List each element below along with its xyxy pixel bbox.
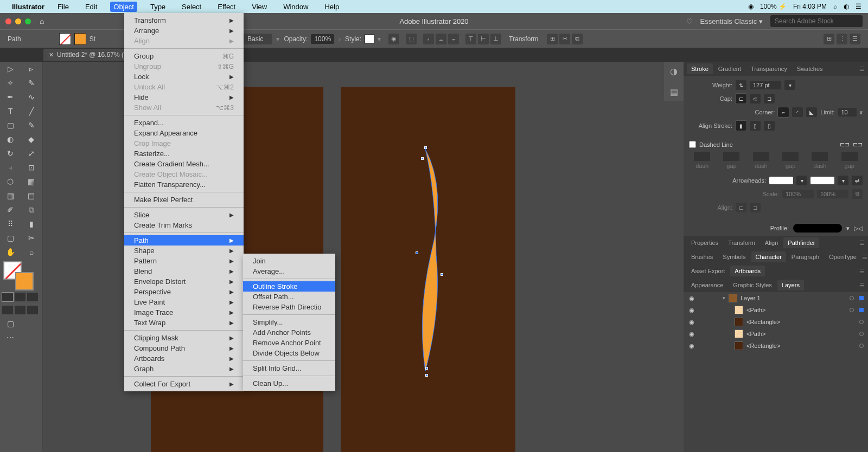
swatches-panel-icon[interactable]: ▤ [668,86,680,98]
tab-character[interactable]: Character [751,251,786,262]
scale-2[interactable]: 100% [817,190,848,198]
pen-tool[interactable]: ✒ [0,90,21,104]
home-icon[interactable]: ⌂ [40,17,44,25]
draw-normal[interactable] [2,306,13,314]
scale-tool[interactable]: ⤢ [21,146,42,160]
menu-item[interactable]: Envelope Distort▶ [124,276,244,287]
menu-item[interactable]: Group⌘G [124,51,244,61]
corner-miter[interactable]: ⌐ [778,107,789,117]
menu-item[interactable]: Slice▶ [124,210,244,220]
eraser-tool[interactable]: ◆ [21,132,42,146]
dash-align1[interactable]: ⊏⊐ [840,141,850,148]
rotate-tool[interactable]: ↻ [0,146,21,160]
panel-menu-icon[interactable]: ☰ [859,282,865,289]
wifi-icon[interactable]: ◉ [748,3,754,10]
menu-item[interactable]: Artboards▶ [124,353,244,364]
transform-link[interactable]: Transform [509,35,538,43]
menu-type[interactable]: Type [147,2,169,12]
menu-item[interactable]: Create Gradient Mesh... [124,159,244,169]
rectangle-tool[interactable]: ▢ [0,118,21,132]
menu-object[interactable]: Object [110,2,137,12]
tab-pathfinder[interactable]: Pathfinder [783,237,819,248]
tab-paragraph[interactable]: Paragraph [787,251,824,262]
color-panel-icon[interactable]: ◑ [668,65,680,77]
tab-graphic-styles[interactable]: Graphic Styles [729,280,776,290]
submenu-item[interactable]: Divide Objects Below [243,348,335,358]
anchor-point[interactable] [425,367,428,370]
limit-value[interactable]: 10 [838,108,857,117]
layer-name[interactable]: <Path> [746,331,765,337]
submenu-item[interactable]: Reverse Path Directio [243,302,335,312]
artboard-tool[interactable]: ▢ [0,231,21,245]
gradient-mode[interactable] [15,293,25,301]
arrow-end-dd[interactable]: ▾ [838,176,848,185]
draw-behind[interactable] [15,306,25,314]
panel-menu-icon[interactable]: ☰ [859,240,865,247]
submenu-item[interactable]: Remove Anchor Point [243,338,335,348]
menu-edit[interactable]: Edit [82,2,100,12]
menu-item[interactable]: Perspective▶ [124,287,244,297]
blend-tool[interactable]: ⧉ [21,203,42,217]
arrow-start[interactable] [769,177,793,184]
profile-dd[interactable]: ▾ [846,225,850,232]
dash-1[interactable] [694,152,710,161]
style-swatch[interactable] [365,34,374,44]
layer-row[interactable]: ◉<Rectangle> [684,340,868,352]
tab-artboards[interactable]: Artboards [730,266,765,276]
dash-2[interactable] [753,152,769,161]
minimize-button[interactable] [15,18,21,24]
anchor-point[interactable] [421,157,424,160]
anchor-point[interactable] [425,374,428,377]
align-icon[interactable]: ⬚ [406,34,417,44]
fill-swatch[interactable] [59,33,71,45]
tab-opentype[interactable]: OpenType [825,251,861,262]
submenu-item[interactable]: Join [243,256,335,266]
opacity-value[interactable]: 100% [311,34,334,44]
submenu-item[interactable]: Add Anchor Points [243,327,335,338]
dashed-line-checkbox[interactable] [689,141,696,148]
valign-bot-icon[interactable]: ⊥ [490,34,501,44]
align-center[interactable]: ▮ [736,121,746,131]
submenu-item[interactable]: Offset Path... [243,292,335,302]
menu-item[interactable]: Pattern▶ [124,256,244,266]
tab-symbols[interactable]: Symbols [718,251,750,262]
menu-item[interactable]: Graph▶ [124,364,244,374]
menu-item[interactable]: Live Paint▶ [124,297,244,307]
close-button[interactable] [5,18,11,24]
zoom-tool[interactable]: ⌕ [21,245,42,259]
tab-stroke[interactable]: Stroke [687,63,713,74]
mesh-tool[interactable]: ▦ [0,189,21,203]
panel-menu-icon[interactable]: ☰ [859,268,865,275]
menu-item[interactable]: Lock▶ [124,72,244,82]
arrow-end[interactable] [810,177,834,184]
dash-3[interactable] [812,152,828,161]
selected-path[interactable] [409,146,458,379]
flip-profile[interactable]: ▷◁ [854,225,863,232]
graph-tool[interactable]: ▮ [21,217,42,231]
valign-top-icon[interactable]: ⊤ [465,34,476,44]
isolate-icon[interactable]: ⊞ [547,34,558,44]
tab-appearance[interactable]: Appearance [687,280,727,290]
target-icon[interactable] [850,308,854,312]
layer-row[interactable]: ◉<Path> [684,304,868,316]
stock-search-input[interactable] [770,15,863,27]
target-icon[interactable] [859,320,864,324]
menu-window[interactable]: Window [280,2,311,12]
corner-round[interactable]: ◜ [792,107,803,117]
profile-swatch[interactable] [793,224,842,233]
menu-item[interactable]: Flatten Transparency... [124,179,244,190]
app-name[interactable]: Illustrator [12,3,44,11]
panel-menu-icon[interactable]: ☰ [850,34,860,44]
menu-item[interactable]: Transform▶ [124,15,244,25]
fill-stroke-swatches[interactable] [0,259,42,290]
cap-butt[interactable]: ⊏ [736,94,746,104]
scale-1[interactable]: 100% [782,190,814,198]
visibility-icon[interactable]: ◉ [688,295,695,302]
gap-2[interactable] [782,152,799,161]
target-icon[interactable] [859,332,864,336]
halign-left-icon[interactable]: ⫞ [423,34,434,44]
draw-inside[interactable] [27,306,38,314]
layer-row[interactable]: ◉ ▾ Layer 1 [684,292,868,304]
menu-item[interactable]: Make Pixel Perfect [124,195,244,205]
tab-transform[interactable]: Transform [724,237,760,248]
